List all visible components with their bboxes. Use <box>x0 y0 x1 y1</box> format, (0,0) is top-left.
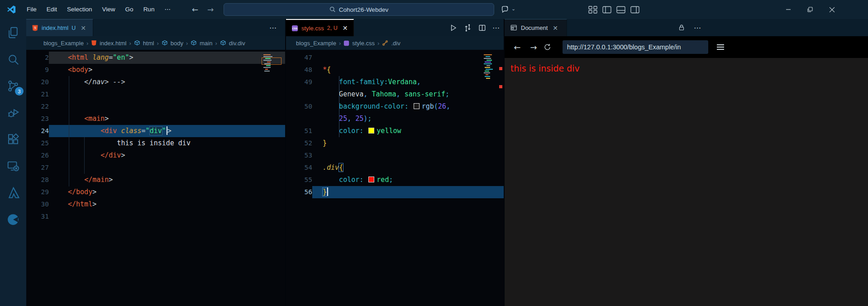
hamburger-menu-icon[interactable] <box>716 43 729 51</box>
browser-sync-icon[interactable] <box>5 212 21 227</box>
customize-layout-icon[interactable] <box>588 6 597 14</box>
breadcrumb-folder[interactable]: blogs_Example <box>43 40 84 47</box>
breadcrumb-symbol[interactable]: body <box>171 40 183 47</box>
more-actions-icon[interactable]: ⋯ <box>269 19 277 36</box>
extensions-icon[interactable] <box>5 132 21 147</box>
command-center-search[interactable]: Cohort26-Webdev <box>224 3 494 16</box>
menu-run[interactable]: Run <box>138 0 160 19</box>
code-line[interactable]: 25, 25); <box>286 113 504 125</box>
code-line[interactable]: 30</html> <box>26 198 285 210</box>
line-number: 50 <box>286 100 312 113</box>
menu-edit[interactable]: Edit <box>42 0 62 19</box>
line-number <box>286 113 312 125</box>
explorer-icon[interactable] <box>5 25 21 40</box>
toggle-panel-icon[interactable] <box>616 6 625 14</box>
close-icon[interactable]: ✕ <box>81 24 86 32</box>
tab-bar-group3: Document ✕ ⋯ <box>505 19 868 36</box>
code-editor-css[interactable]: 4748*{49 font-family:Verdana, Geneva, Ta… <box>286 50 504 306</box>
copilot-chat-icon <box>501 5 510 14</box>
toggle-sidebar-icon[interactable] <box>602 6 611 14</box>
browser-toolbar: ← → http://127.0.0.1:3000/blogs_Example/… <box>505 36 868 58</box>
breadcrumb-file[interactable]: style.css <box>352 40 375 47</box>
code-line[interactable]: 28 </main> <box>26 174 285 186</box>
code-line[interactable]: 22 <box>26 100 285 113</box>
code-line[interactable]: 56} <box>286 186 504 198</box>
tab-index-html[interactable]: 5 index.html U ✕ <box>26 19 93 36</box>
toggle-secondary-sidebar-icon[interactable] <box>630 6 639 14</box>
code-line[interactable]: 29</body> <box>26 186 285 198</box>
browser-forward-icon[interactable]: → <box>527 43 540 52</box>
code-line[interactable]: 51 color: yellow <box>286 125 504 137</box>
menu-file[interactable]: File <box>22 0 42 19</box>
rendered-webpage: this is inside div <box>505 58 868 306</box>
azure-icon[interactable] <box>5 185 21 201</box>
code-line[interactable]: 25 this is inside div <box>26 137 285 149</box>
menu-view[interactable]: View <box>97 0 120 19</box>
line-number: 47 <box>286 52 312 64</box>
code-line[interactable]: 47 <box>286 52 504 64</box>
code-line[interactable]: 27 <box>26 162 285 174</box>
window-restore-icon[interactable] <box>800 0 820 19</box>
code-line[interactable]: 23 <main> <box>26 113 285 125</box>
breadcrumb[interactable]: blogs_Example › style.css › .div <box>286 36 504 50</box>
code-editor-html[interactable]: 2<html lang="en">9<body>20 </nav> -->212… <box>26 50 285 306</box>
code-line[interactable]: 53 <box>286 149 504 162</box>
menu-selection[interactable]: Selection <box>62 0 97 19</box>
split-editor-icon[interactable] <box>478 24 486 32</box>
more-actions-icon[interactable]: ⋯ <box>694 24 701 32</box>
close-icon[interactable]: ✕ <box>343 24 348 32</box>
code-line[interactable]: 20 </nav> --> <box>26 76 285 88</box>
code-line[interactable]: 21 <box>26 88 285 100</box>
code-line[interactable]: 49 font-family:Verdana, <box>286 76 504 88</box>
editor-group-css: CSS style.css 2, U ✕ ⋯ blogs_Example › s… <box>286 19 504 306</box>
lock-icon[interactable] <box>677 24 686 32</box>
breadcrumb-symbol[interactable]: main <box>200 40 212 47</box>
tab-style-css[interactable]: CSS style.css 2, U ✕ <box>286 19 354 36</box>
code-line[interactable]: 50 background-color: rgb(26, <box>286 100 504 113</box>
browser-back-icon[interactable]: ← <box>511 43 524 52</box>
menu-more-icon[interactable]: ⋯ <box>159 0 176 19</box>
source-control-icon[interactable]: 3 <box>5 78 21 94</box>
code-line[interactable]: 26 </div> <box>26 149 285 162</box>
breadcrumb-file[interactable]: index.html <box>100 40 126 47</box>
url-input[interactable]: http://127.0.0.1:3000/blogs_Example/in <box>563 40 708 54</box>
breadcrumb-folder[interactable]: blogs_Example <box>296 40 336 47</box>
code-line[interactable]: 9<body> <box>26 64 285 76</box>
menu-go[interactable]: Go <box>120 0 138 19</box>
more-actions-icon[interactable]: ⋯ <box>492 24 500 32</box>
error-marker <box>499 67 502 70</box>
run-and-debug-icon[interactable] <box>5 105 21 120</box>
close-icon[interactable]: ✕ <box>553 24 558 32</box>
line-number: 31 <box>26 210 49 223</box>
code-line[interactable]: Geneva, Tahoma, sans-serif; <box>286 88 504 100</box>
minimap[interactable] <box>484 53 498 79</box>
css-file-icon <box>343 40 349 46</box>
line-number: 24 <box>26 125 49 137</box>
code-line[interactable]: 52} <box>286 137 504 149</box>
code-line[interactable]: 2<html lang="en"> <box>26 52 285 64</box>
breadcrumb-symbol[interactable]: div.div <box>229 40 245 47</box>
browser-reload-icon[interactable] <box>544 43 556 51</box>
open-changes-icon[interactable] <box>463 24 472 32</box>
breadcrumb-symbol[interactable]: .div <box>391 40 400 47</box>
search-view-icon[interactable] <box>5 52 21 67</box>
code-line[interactable]: 54.div{ <box>286 162 504 174</box>
history-back-icon[interactable]: ← <box>192 0 198 19</box>
window-close-icon[interactable] <box>821 0 842 19</box>
code-line[interactable]: 31 <box>26 210 285 223</box>
copilot-menu[interactable]: ⌄ <box>501 0 515 19</box>
code-line[interactable]: 24 <div class="div"> <box>26 125 285 137</box>
history-forward-icon[interactable]: → <box>207 0 214 19</box>
line-number: 23 <box>26 113 49 125</box>
remote-explorer-icon[interactable] <box>5 158 21 174</box>
minimap-highlight <box>262 57 281 65</box>
run-file-icon[interactable] <box>449 24 458 32</box>
breadcrumb[interactable]: blogs_Example › index.html › html › body… <box>26 36 285 50</box>
window-minimize-icon[interactable] <box>778 0 799 19</box>
breadcrumb-symbol[interactable]: html <box>143 40 154 47</box>
code-line[interactable]: 55 color: red; <box>286 174 504 186</box>
line-number: 27 <box>26 162 49 174</box>
tab-label: index.html <box>42 24 68 31</box>
code-line[interactable]: 48*{ <box>286 64 504 76</box>
tab-document-preview[interactable]: Document ✕ <box>505 19 567 36</box>
